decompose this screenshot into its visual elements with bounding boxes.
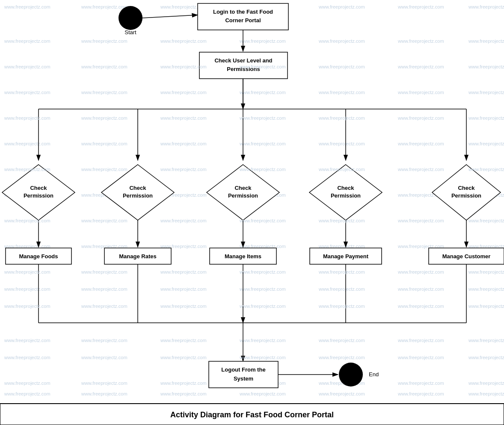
svg-text:www.freeprojectz.com: www.freeprojectz.com xyxy=(81,381,127,386)
svg-text:www.freeprojectz.com: www.freeprojectz.com xyxy=(397,286,444,292)
diamond4-label2: Permission xyxy=(331,192,361,199)
svg-text:www.freeprojectz.com: www.freeprojectz.com xyxy=(160,115,207,121)
svg-text:www.freeprojectz.com: www.freeprojectz.com xyxy=(318,269,365,274)
svg-text:www.freeprojectz.com: www.freeprojectz.com xyxy=(239,167,286,172)
svg-text:www.freeprojectz.com: www.freeprojectz.com xyxy=(81,38,127,44)
check-user-label1: Check User Level and xyxy=(214,57,272,64)
svg-text:www.freeprojectz.com: www.freeprojectz.com xyxy=(4,355,50,360)
svg-text:www.freeprojectz.com: www.freeprojectz.com xyxy=(318,90,365,95)
svg-text:www.freeprojectz.com: www.freeprojectz.com xyxy=(81,64,127,69)
svg-text:www.freeprojectz.com: www.freeprojectz.com xyxy=(239,90,286,95)
svg-text:www.freeprojectz.com: www.freeprojectz.com xyxy=(160,64,207,69)
svg-text:www.freeprojectz.com: www.freeprojectz.com xyxy=(468,4,504,9)
svg-text:www.freeprojectz.com: www.freeprojectz.com xyxy=(160,355,207,360)
svg-text:www.freeprojectz.com: www.freeprojectz.com xyxy=(468,38,504,44)
manage-items-label: Manage Items xyxy=(225,253,261,260)
svg-text:www.freeprojectz.com: www.freeprojectz.com xyxy=(397,381,444,386)
logout-label1: Logout From the xyxy=(221,366,265,373)
svg-text:www.freeprojectz.com: www.freeprojectz.com xyxy=(160,38,207,44)
svg-text:www.freeprojectz.com: www.freeprojectz.com xyxy=(318,38,365,44)
end-node xyxy=(339,363,363,387)
diamond5-label1: Check xyxy=(458,185,475,191)
svg-text:www.freeprojectz.com: www.freeprojectz.com xyxy=(397,391,444,396)
svg-text:www.freeprojectz.com: www.freeprojectz.com xyxy=(397,269,444,274)
diamond5-label2: Permission xyxy=(451,192,481,199)
svg-text:www.freeprojectz.com: www.freeprojectz.com xyxy=(397,355,444,360)
svg-text:www.freeprojectz.com: www.freeprojectz.com xyxy=(397,167,444,172)
svg-text:www.freeprojectz.com: www.freeprojectz.com xyxy=(81,115,127,121)
svg-text:www.freeprojectz.com: www.freeprojectz.com xyxy=(239,269,286,274)
svg-text:www.freeprojectz.com: www.freeprojectz.com xyxy=(397,115,444,121)
svg-text:www.freeprojectz.com: www.freeprojectz.com xyxy=(318,4,365,9)
svg-text:www.freeprojectz.com: www.freeprojectz.com xyxy=(160,269,207,274)
login-box xyxy=(198,3,288,30)
svg-text:www.freeprojectz.com: www.freeprojectz.com xyxy=(81,355,127,360)
login-label-line2: Corner Portal xyxy=(225,17,261,24)
diamond3-label2: Permission xyxy=(228,192,258,199)
svg-text:www.freeprojectz.com: www.freeprojectz.com xyxy=(4,338,50,343)
svg-text:www.freeprojectz.com: www.freeprojectz.com xyxy=(318,338,365,343)
svg-text:www.freeprojectz.com: www.freeprojectz.com xyxy=(468,391,504,396)
svg-text:www.freeprojectz.com: www.freeprojectz.com xyxy=(239,64,286,69)
svg-text:www.freeprojectz.com: www.freeprojectz.com xyxy=(160,218,207,223)
svg-text:www.freeprojectz.com: www.freeprojectz.com xyxy=(239,286,286,292)
svg-text:www.freeprojectz.com: www.freeprojectz.com xyxy=(81,269,127,274)
svg-text:www.freeprojectz.com: www.freeprojectz.com xyxy=(160,381,207,386)
svg-text:www.freeprojectz.com: www.freeprojectz.com xyxy=(239,141,286,146)
svg-text:www.freeprojectz.com: www.freeprojectz.com xyxy=(468,304,504,309)
manage-payment-label: Manage Payment xyxy=(323,253,369,260)
svg-text:www.freeprojectz.com: www.freeprojectz.com xyxy=(397,304,444,309)
svg-text:www.freeprojectz.com: www.freeprojectz.com xyxy=(81,286,127,292)
svg-text:www.freeprojectz.com: www.freeprojectz.com xyxy=(468,381,504,386)
svg-text:www.freeprojectz.com: www.freeprojectz.com xyxy=(160,141,207,146)
svg-text:www.freeprojectz.com: www.freeprojectz.com xyxy=(318,141,365,146)
activity-diagram: www.freeprojectz.com www.freeprojectz.co… xyxy=(0,0,504,425)
svg-text:www.freeprojectz.com: www.freeprojectz.com xyxy=(468,218,504,223)
svg-text:www.freeprojectz.com: www.freeprojectz.com xyxy=(4,391,50,396)
svg-text:www.freeprojectz.com: www.freeprojectz.com xyxy=(468,338,504,343)
svg-text:www.freeprojectz.com: www.freeprojectz.com xyxy=(239,355,286,360)
svg-text:www.freeprojectz.com: www.freeprojectz.com xyxy=(468,355,504,360)
diamond2-label2: Permission xyxy=(123,192,153,199)
svg-text:www.freeprojectz.com: www.freeprojectz.com xyxy=(81,391,127,396)
svg-text:www.freeprojectz.com: www.freeprojectz.com xyxy=(4,167,50,172)
svg-text:www.freeprojectz.com: www.freeprojectz.com xyxy=(397,218,444,223)
svg-text:www.freeprojectz.com: www.freeprojectz.com xyxy=(81,141,127,146)
login-label-line1: Login to the Fast Food xyxy=(213,9,273,15)
svg-text:www.freeprojectz.com: www.freeprojectz.com xyxy=(4,218,50,223)
svg-text:www.freeprojectz.com: www.freeprojectz.com xyxy=(468,286,504,292)
svg-text:www.freeprojectz.com: www.freeprojectz.com xyxy=(239,115,286,121)
svg-text:www.freeprojectz.com: www.freeprojectz.com xyxy=(397,90,444,95)
svg-text:www.freeprojectz.com: www.freeprojectz.com xyxy=(239,338,286,343)
svg-text:www.freeprojectz.com: www.freeprojectz.com xyxy=(4,64,50,69)
svg-text:www.freeprojectz.com: www.freeprojectz.com xyxy=(160,286,207,292)
svg-text:www.freeprojectz.com: www.freeprojectz.com xyxy=(4,381,50,386)
svg-text:www.freeprojectz.com: www.freeprojectz.com xyxy=(81,304,127,309)
svg-text:www.freeprojectz.com: www.freeprojectz.com xyxy=(397,64,444,69)
svg-text:www.freeprojectz.com: www.freeprojectz.com xyxy=(4,269,50,274)
svg-line-64 xyxy=(142,15,198,18)
end-label: End xyxy=(369,371,379,378)
diamond1-label2: Permission xyxy=(24,192,53,199)
svg-text:www.freeprojectz.com: www.freeprojectz.com xyxy=(160,90,207,95)
svg-text:www.freeprojectz.com: www.freeprojectz.com xyxy=(397,338,444,343)
svg-text:www.freeprojectz.com: www.freeprojectz.com xyxy=(160,167,207,172)
diamond1-label1: Check xyxy=(30,185,47,191)
svg-text:www.freeprojectz.com: www.freeprojectz.com xyxy=(318,355,365,360)
manage-foods-label: Manage Foods xyxy=(19,253,58,260)
svg-text:www.freeprojectz.com: www.freeprojectz.com xyxy=(4,4,50,9)
svg-text:www.freeprojectz.com: www.freeprojectz.com xyxy=(318,167,365,172)
diamond3-label1: Check xyxy=(234,185,252,191)
svg-text:www.freeprojectz.com: www.freeprojectz.com xyxy=(318,304,365,309)
svg-text:www.freeprojectz.com: www.freeprojectz.com xyxy=(239,391,286,396)
svg-text:www.freeprojectz.com: www.freeprojectz.com xyxy=(81,4,127,9)
svg-text:www.freeprojectz.com: www.freeprojectz.com xyxy=(81,218,127,223)
svg-text:www.freeprojectz.com: www.freeprojectz.com xyxy=(81,167,127,172)
manage-rates-label: Manage Rates xyxy=(119,253,156,260)
svg-text:www.freeprojectz.com: www.freeprojectz.com xyxy=(397,38,444,44)
svg-text:www.freeprojectz.com: www.freeprojectz.com xyxy=(160,338,207,343)
svg-text:www.freeprojectz.com: www.freeprojectz.com xyxy=(468,167,504,172)
svg-text:www.freeprojectz.com: www.freeprojectz.com xyxy=(468,269,504,274)
svg-text:www.freeprojectz.com: www.freeprojectz.com xyxy=(160,391,207,396)
svg-text:www.freeprojectz.com: www.freeprojectz.com xyxy=(397,141,444,146)
